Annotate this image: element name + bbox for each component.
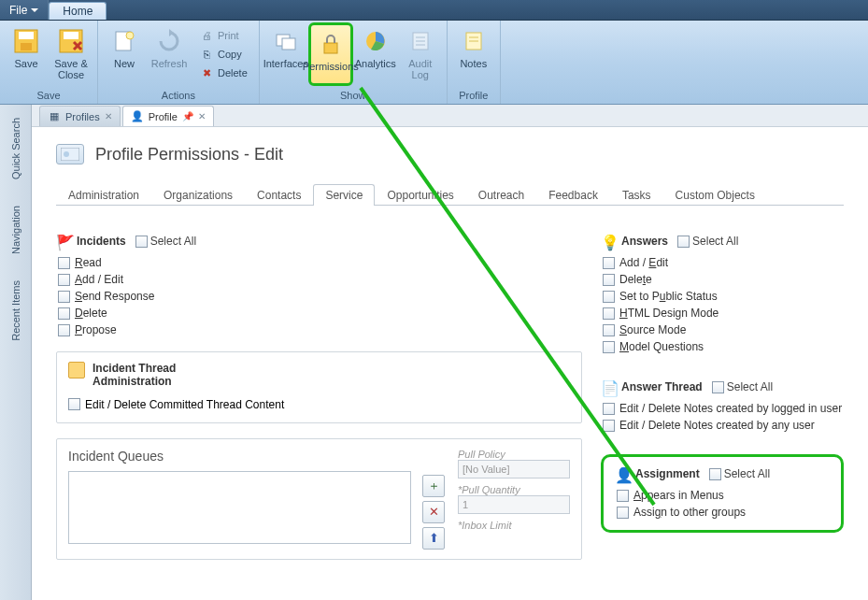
- person-icon: 👤: [615, 466, 630, 481]
- close-icon[interactable]: ✕: [198, 111, 206, 121]
- pull-policy-select[interactable]: [458, 460, 570, 479]
- page: Profile Permissions - Edit Administratio…: [32, 127, 868, 560]
- permission-item[interactable]: Set to Public Status: [603, 288, 844, 305]
- page-title: Profile Permissions - Edit: [95, 145, 283, 164]
- permission-item[interactable]: Send Response: [58, 288, 582, 305]
- tab-contacts[interactable]: Contacts: [245, 184, 313, 206]
- floppy-close-icon: [56, 26, 86, 56]
- permission-item[interactable]: Edit / Delete Notes created by logged in…: [603, 400, 844, 417]
- file-menu[interactable]: File: [0, 0, 49, 20]
- checkbox-icon: [58, 324, 70, 336]
- add-queue-button[interactable]: ＋: [422, 475, 445, 497]
- permission-item[interactable]: HTML Design Mode: [603, 305, 844, 321]
- answer-thread-list: Edit / Delete Notes created by logged in…: [601, 400, 844, 434]
- tab-opportunities[interactable]: Opportunities: [375, 184, 465, 206]
- printer-icon: 🖨: [199, 28, 214, 43]
- assignment-header: 👤 Assignment Select All: [615, 466, 830, 481]
- home-label: Home: [63, 5, 92, 18]
- analytics-button[interactable]: Analytics: [353, 22, 398, 86]
- notes-label: Notes: [460, 58, 487, 69]
- checkbox-icon: [617, 490, 629, 502]
- permission-item[interactable]: Add / Edit: [58, 271, 582, 288]
- permission-item[interactable]: Appears in Menus: [617, 487, 830, 504]
- siderail-navigation[interactable]: Navigation: [10, 193, 21, 267]
- save-close-button[interactable]: Save & Close: [49, 22, 93, 86]
- thread-admin-item[interactable]: Edit / Delete Committed Thread Content: [68, 398, 570, 411]
- remove-queue-button[interactable]: ✕: [422, 501, 445, 523]
- save-button[interactable]: Save: [4, 22, 49, 86]
- save-close-label: Save & Close: [54, 58, 87, 80]
- group-label-show: Show: [260, 88, 447, 104]
- floppy-icon: [11, 26, 41, 56]
- refresh-button[interactable]: Refresh: [147, 22, 192, 86]
- checkbox-icon: [709, 468, 721, 480]
- doctab-profiles[interactable]: ▦ Profiles ✕: [39, 106, 121, 126]
- audit-log-button[interactable]: Audit Log: [398, 22, 443, 86]
- tab-home[interactable]: Home: [49, 2, 107, 20]
- tab-service[interactable]: Service: [313, 184, 375, 206]
- group-label-save: Save: [0, 88, 97, 104]
- permission-item[interactable]: Add / Edit: [603, 254, 844, 271]
- tab-organizations[interactable]: Organizations: [151, 184, 245, 206]
- print-label: Print: [218, 30, 239, 41]
- tab-outreach[interactable]: Outreach: [466, 184, 536, 206]
- lightbulb-icon: 💡: [601, 234, 616, 249]
- delete-button[interactable]: ✖Delete: [195, 64, 251, 82]
- permissions-label: Permissions: [303, 61, 359, 72]
- answers-title: Answers: [621, 235, 668, 248]
- checkbox-icon: [603, 307, 615, 320]
- permissions-button[interactable]: Permissions: [308, 22, 353, 86]
- permission-item[interactable]: Assign to other groups: [617, 504, 830, 521]
- interfaces-button[interactable]: Interfaces: [263, 22, 308, 86]
- tab-custom-objects[interactable]: Custom Objects: [663, 184, 767, 206]
- tab-administration[interactable]: Administration: [56, 184, 151, 206]
- permission-item[interactable]: Delete: [603, 271, 844, 288]
- print-button[interactable]: 🖨Print: [195, 26, 251, 45]
- pull-qty-input[interactable]: [458, 495, 570, 514]
- incidents-title: Incidents: [77, 235, 126, 248]
- tab-strip: AdministrationOrganizationsContactsServi…: [56, 183, 844, 206]
- queues-list[interactable]: [68, 471, 411, 544]
- ribbon-group-show: Interfaces Permissions Analytics Audit L…: [260, 21, 448, 104]
- main-area: Quick Search Navigation Recent Items ▦ P…: [0, 105, 868, 600]
- permission-item[interactable]: Source Mode: [603, 321, 844, 338]
- siderail-recent-items[interactable]: Recent Items: [10, 267, 21, 354]
- checkbox-icon: [58, 291, 70, 303]
- pin-icon[interactable]: 📌: [182, 111, 193, 121]
- id-card-icon: [56, 144, 84, 164]
- incidents-select-all[interactable]: Select All: [135, 235, 196, 248]
- list-icon: [406, 26, 435, 56]
- tab-feedback[interactable]: Feedback: [536, 184, 610, 206]
- group-label-actions: Actions: [98, 88, 259, 104]
- note-icon: [459, 26, 489, 56]
- answers-select-all[interactable]: Select All: [677, 235, 738, 248]
- permission-item[interactable]: Edit / Delete Notes created by any user: [603, 417, 844, 434]
- notes-button[interactable]: Notes: [451, 22, 496, 86]
- new-button[interactable]: New: [102, 22, 147, 86]
- siderail: Quick Search Navigation Recent Items: [0, 105, 32, 600]
- answer-thread-select-all[interactable]: Select All: [712, 380, 773, 393]
- new-label: New: [114, 58, 135, 69]
- siderail-quick-search[interactable]: Quick Search: [10, 105, 21, 193]
- document-tabs: ▦ Profiles ✕ 👤 Profile 📌 ✕: [32, 105, 868, 127]
- copy-button[interactable]: ⎘Copy: [195, 45, 251, 64]
- interfaces-icon: [271, 26, 301, 56]
- close-icon[interactable]: ✕: [105, 111, 112, 121]
- doctab-profile[interactable]: 👤 Profile 📌 ✕: [122, 106, 214, 126]
- move-up-button[interactable]: ⬆: [422, 527, 445, 550]
- checkbox-icon: [677, 236, 690, 248]
- pull-qty-label: Pull Quantity: [458, 484, 570, 495]
- assignment-select-all[interactable]: Select All: [709, 467, 770, 480]
- thread-admin-box: Incident ThreadAdministration Edit / Del…: [56, 351, 582, 423]
- tab-tasks[interactable]: Tasks: [610, 184, 663, 206]
- permission-item[interactable]: Delete: [58, 305, 582, 321]
- answers-header: 💡 Answers Select All: [601, 234, 844, 249]
- incidents-header: 🚩 Incidents Select All: [56, 234, 582, 249]
- permission-item[interactable]: Model Questions: [603, 338, 844, 355]
- save-label: Save: [14, 58, 37, 69]
- refresh-icon: [154, 26, 184, 56]
- chart-pie-icon: [361, 26, 391, 56]
- doctab-profiles-label: Profiles: [65, 111, 100, 122]
- permission-item[interactable]: Read: [58, 254, 582, 271]
- permission-item[interactable]: Propose: [58, 321, 582, 338]
